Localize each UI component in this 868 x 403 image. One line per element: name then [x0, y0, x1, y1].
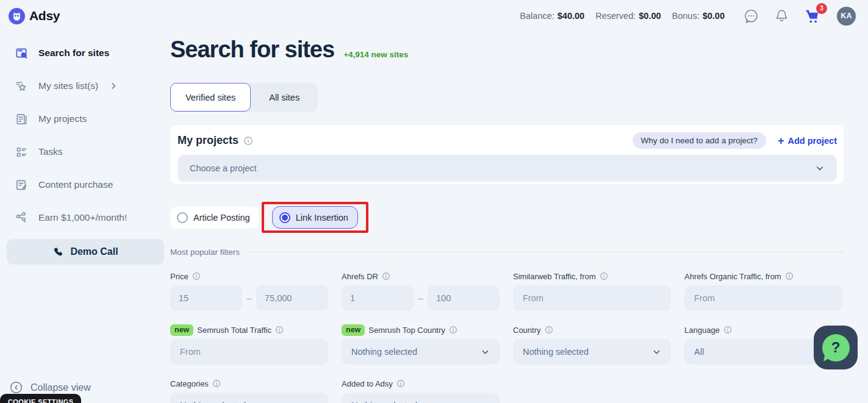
sidebar-item-tasks[interactable]: Tasks	[0, 135, 165, 168]
language-label: Language	[684, 326, 720, 335]
brand-name: Adsy	[29, 9, 60, 23]
user-avatar[interactable]: KA	[837, 7, 856, 26]
ahrefs-dr-from-input[interactable]	[350, 293, 405, 303]
sidebar-item-my-sites-lists[interactable]: My sites list(s)	[0, 70, 165, 102]
price-from-input[interactable]	[179, 293, 234, 303]
info-icon[interactable]	[192, 272, 201, 280]
sidebar-item-label: Search for sites	[38, 48, 109, 59]
collapse-view-label: Collapse view	[30, 382, 91, 393]
cart-icon[interactable]: 3	[804, 8, 822, 24]
sidebar-item-my-projects[interactable]: My projects	[0, 102, 165, 135]
price-to-input[interactable]	[265, 293, 320, 303]
projects-document-icon	[15, 112, 29, 126]
price-label: Price	[170, 272, 188, 281]
chevron-left-circle-icon	[10, 381, 23, 394]
info-icon[interactable]	[600, 272, 608, 280]
why-add-project-link[interactable]: Why do I need to add a project?	[633, 132, 766, 149]
sidebar-item-content-purchase[interactable]: Content purchase	[0, 168, 165, 201]
country-label: Country	[513, 326, 541, 335]
link-insertion-label: Link Insertion	[296, 213, 348, 223]
filter-country: Country Nothing selected	[513, 325, 671, 365]
filter-semrush-top-country: new Semrush Top Country Nothing selected	[342, 325, 500, 365]
demo-call-button[interactable]: Demo Call	[7, 239, 164, 265]
link-insertion-radio[interactable]: Link Insertion	[272, 206, 358, 229]
chevron-down-icon	[481, 348, 490, 357]
content-purchase-icon	[15, 178, 29, 192]
filter-similarweb-traffic: Similarweb Traffic, from	[513, 271, 671, 311]
choose-project-placeholder: Choose a project	[190, 163, 257, 173]
ahrefs-dr-label: Ahrefs DR	[342, 272, 378, 281]
brand-logo[interactable]: Adsy	[9, 8, 60, 24]
info-icon[interactable]	[212, 379, 221, 388]
categories-select[interactable]: Nothing selected	[170, 393, 328, 403]
info-icon[interactable]	[396, 379, 405, 388]
sites-list-star-icon	[15, 79, 29, 93]
semrush-total-traffic-input[interactable]	[180, 347, 318, 357]
filter-categories: Categories Nothing selected	[170, 379, 328, 403]
question-mark-icon: ?	[822, 334, 850, 362]
new-sites-count: +4,914 new sites	[343, 50, 408, 59]
sidebar: Search for sites My sites list(s)	[0, 32, 165, 403]
notifications-bell-icon[interactable]	[775, 9, 789, 24]
help-button[interactable]: ?	[814, 326, 858, 369]
sidebar-item-label: My sites list(s)	[38, 80, 98, 91]
cart-count-badge: 3	[816, 3, 827, 14]
service-type-radios: Article Posting Link Insertion	[170, 202, 844, 233]
info-icon[interactable]	[449, 326, 457, 334]
added-to-adsy-label: Added to Adsy	[342, 379, 393, 388]
demo-call-label: Demo Call	[70, 246, 118, 257]
owl-logo-icon	[9, 8, 25, 24]
filters-grid: Price – Ahrefs DR –	[170, 271, 844, 403]
semrush-top-country-select[interactable]: Nothing selected	[342, 339, 500, 365]
reserved-stat: Reserved: $0.00	[595, 11, 661, 21]
sidebar-item-label: Earn $1,000+/month!	[38, 212, 127, 223]
added-to-adsy-select[interactable]: Nothing selected	[342, 393, 500, 403]
chat-icon[interactable]	[743, 8, 759, 24]
sidebar-item-search-for-sites[interactable]: Search for sites	[0, 37, 165, 70]
categories-label: Categories	[170, 379, 209, 388]
country-select[interactable]: Nothing selected	[513, 339, 671, 365]
chevron-down-icon	[309, 401, 318, 403]
range-dash: –	[242, 293, 256, 303]
article-posting-radio[interactable]: Article Posting	[170, 207, 259, 229]
filter-ahrefs-dr: Ahrefs DR –	[342, 271, 500, 311]
info-icon[interactable]	[785, 272, 794, 280]
sidebar-item-label: My projects	[38, 113, 87, 124]
filter-semrush-total-traffic: new Semrush Total Traffic	[170, 325, 328, 365]
info-icon[interactable]	[723, 326, 732, 334]
choose-project-select[interactable]: Choose a project	[178, 155, 837, 182]
similarweb-traffic-input[interactable]	[523, 293, 661, 303]
red-annotation-box: Link Insertion	[262, 202, 368, 233]
collapse-view-toggle[interactable]: Collapse view	[10, 381, 91, 394]
info-icon[interactable]	[545, 326, 553, 334]
radio-selected-icon	[279, 212, 290, 223]
chevron-right-icon	[109, 82, 118, 90]
tab-verified-sites[interactable]: Verified sites	[170, 83, 251, 112]
ahrefs-organic-traffic-input[interactable]	[694, 293, 833, 303]
filters-heading: Most popular filters	[170, 248, 844, 257]
search-sites-icon	[15, 46, 29, 60]
add-project-button[interactable]: + Add project	[778, 135, 837, 146]
tab-all-sites[interactable]: All sites	[251, 83, 318, 112]
sidebar-item-earn[interactable]: Earn $1,000+/month!	[0, 201, 165, 234]
add-project-label: Add project	[787, 136, 837, 146]
earn-referral-icon	[15, 211, 29, 225]
topbar: Adsy Balance: $40.00 Reserved: $0.00 Bon…	[0, 0, 868, 32]
filter-ahrefs-organic-traffic: Ahrefs Organic Traffic, from	[684, 271, 842, 311]
similarweb-traffic-label: Similarweb Traffic, from	[513, 272, 596, 281]
info-icon[interactable]	[243, 136, 253, 146]
range-dash: –	[414, 293, 428, 303]
chevron-down-icon	[481, 401, 490, 403]
filter-added-to-adsy: Added to Adsy Nothing selected	[342, 379, 500, 403]
sidebar-item-label: Content purchase	[38, 179, 113, 190]
site-type-tabs: Verified sites All sites	[170, 83, 318, 112]
cookie-settings-button[interactable]: COOKIE SETTINGS	[0, 394, 81, 403]
semrush-top-country-label: Semrush Top Country	[368, 326, 445, 335]
info-icon[interactable]	[275, 326, 284, 334]
chevron-down-icon	[815, 163, 825, 173]
info-icon[interactable]	[382, 272, 390, 280]
ahrefs-dr-to-input[interactable]	[436, 293, 491, 303]
new-badge: new	[342, 324, 365, 336]
divider	[247, 252, 844, 252]
my-projects-title: My projects	[178, 134, 239, 147]
